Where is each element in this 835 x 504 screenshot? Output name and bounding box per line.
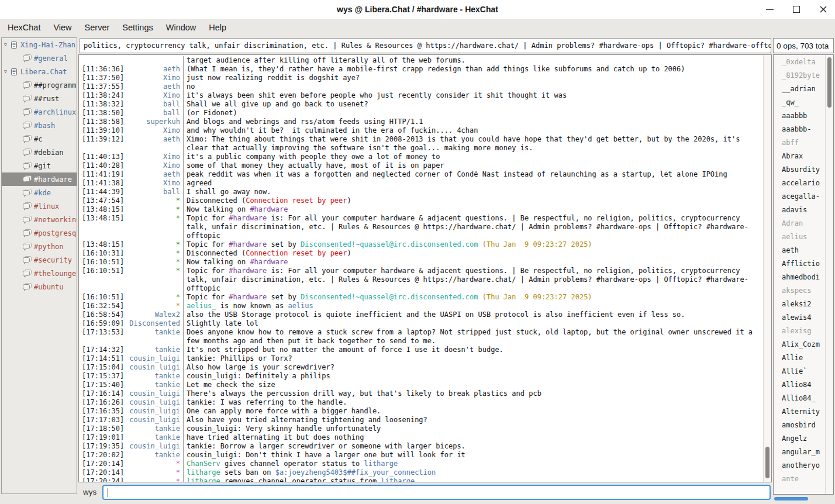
tree-item-thelounge[interactable]: #thelounge [2,267,77,280]
expander-arrow-icon[interactable]: ▽ [2,69,10,74]
menu-item-server[interactable]: Server [78,20,116,34]
tree-item-linux[interactable]: #linux [2,199,77,213]
user-list-item[interactable]: Allie [774,351,825,364]
user-list-item[interactable]: abff [774,136,825,149]
user-list-item[interactable]: alexisg [774,324,825,337]
menu-item-settings[interactable]: Settings [116,20,159,34]
user-list-item[interactable]: Alix_Cozm [774,337,825,351]
tree-item-archlinux[interactable]: #archlinux [2,105,77,119]
menu-item-view[interactable]: View [47,20,78,34]
topic-bar[interactable]: politics, cryptocurrency talk, unfair di… [79,38,771,53]
tree-item-c[interactable]: #c [2,132,77,146]
channel-icon [23,95,32,103]
chat-line: [13:48:15]*Topic for #hardware is: For a… [79,214,763,240]
message-segment: (Thu Jan 9 09:23:27 2025) [482,240,592,248]
message-segment: cousin_luigi: Don't think I have a large… [187,451,465,459]
message-link[interactable]: litharge [381,477,415,482]
tree-item-networking[interactable]: #networking [2,213,77,226]
menu-item-help[interactable]: Help [202,20,233,34]
user-list-item[interactable]: adavis [774,203,825,216]
menu-item-window[interactable]: Window [160,20,203,34]
tree-item-bash[interactable]: #bash [2,119,77,132]
nick-label: Walex2 [125,310,183,319]
user-list-item[interactable]: Allio84_ [774,391,825,405]
message-segment: Connection reset by peer [246,249,347,257]
channel-icon [23,270,32,278]
message-link[interactable]: aelius [288,302,313,310]
message-text: tankie: Borrow a larger screwdriver or s… [183,442,763,451]
user-list-item[interactable]: aaabbb [774,109,825,122]
expander-arrow-icon[interactable]: ▽ [2,42,10,47]
chat-scrollbar[interactable] [763,55,771,482]
user-list-item[interactable]: angular_m [774,445,825,458]
tree-item-debian[interactable]: #debian [2,146,77,159]
user-list-item[interactable]: _8192byte [774,68,825,82]
chat-line: [11:36:36]aeth(What I mean is, they'd ra… [79,65,763,74]
timestamp: [13:48:15] [79,214,125,240]
user-list-item[interactable]: accelario [774,176,825,189]
user-list-item[interactable]: aelius [774,230,825,243]
user-list-item[interactable]: _0xdelta [774,55,825,68]
message-link[interactable]: litharge [364,460,398,468]
message-text: One can apply more force with a bigger h… [183,407,763,416]
user-list-item[interactable]: Alternity [774,405,825,418]
message-segment: just now realizing reddit is dogshit aye… [187,74,360,82]
message-link[interactable]: $a:joeyzheng5403$##fix_your_connection [275,468,436,477]
user-list-item[interactable]: Abrax [774,149,825,163]
user-list-item[interactable]: __adrian [774,82,825,95]
user-list-item[interactable]: ante [774,472,825,485]
user-list-horizontal-scrollbar-thumb[interactable] [774,497,808,500]
user-list-item[interactable]: amosbird [774,418,825,431]
tree-item-xing-hai-zhan[interactable]: ▽Xing-Hai-Zhan [2,38,77,51]
close-button[interactable] [819,5,828,14]
tree-item-ubuntu[interactable]: #ubuntu [2,280,77,294]
nick-label: aeth [125,170,183,179]
menu-item-hexchat[interactable]: HexChat [1,20,47,34]
tree-item-postgresql[interactable]: #postgresql [2,226,77,240]
user-list-scrollbar[interactable] [825,55,833,494]
timestamp: [17:15:04] [79,363,125,372]
user-list-horizontal-scrollbar[interactable] [773,496,834,502]
chat-scrollbar-thumb[interactable] [765,447,770,478]
user-list-item[interactable]: Afflictio [774,257,825,270]
tree-item-programming[interactable]: ##programming [2,78,77,92]
message-text: And blogs and webrings and rss/atom feed… [183,118,763,126]
user-list-item[interactable]: Adran [774,216,825,230]
user-list-item[interactable]: Absurdity [774,163,825,176]
message-text: Also have you tried alternating tighteni… [183,416,763,424]
user-list-item[interactable]: aeth [774,243,825,257]
maximize-button[interactable] [792,5,801,14]
tree-item-hardware[interactable]: #hardware [2,172,77,186]
user-list-item[interactable]: akspecs [774,284,825,297]
user-list-item[interactable]: _qw_ [774,95,825,109]
server-icon [10,41,18,49]
user-list-item[interactable]: alewis4 [774,310,825,324]
tree-item-general[interactable]: #general [2,51,77,65]
user-list-item[interactable]: aleksi2 [774,297,825,310]
tree-item-libera-chat[interactable]: ▽Libera.Chat [2,65,77,78]
user-list-item[interactable]: ahmedbodi [774,270,825,284]
chat-line: [11:38:50]ball(or Fidonet) [79,109,763,118]
user-list-scrollbar-thumb[interactable] [827,57,831,108]
timestamp: [17:16:35] [79,407,125,416]
user-list-item[interactable]: Allie` [774,364,825,378]
channel-icon [23,175,32,184]
tree-item-security[interactable]: #security [2,253,77,267]
user-list-item[interactable]: acegalla- [774,189,825,203]
message-text: Topic for #hardware is: For all your com… [183,267,763,293]
tree-item-python[interactable]: #python [2,240,77,253]
tree-item-git[interactable]: #git [2,159,77,172]
timestamp: [17:18:50] [79,424,125,433]
user-list-item[interactable]: anotheryo [774,458,825,472]
chat-line: [17:15:40]tankieLet me check the size [79,381,763,389]
message-text: it's a public company with people they o… [183,153,763,161]
user-list-item[interactable]: aaabbb- [774,122,825,136]
tree-item-kde[interactable]: #kde [2,186,77,199]
message-segment: #hardware [229,267,267,275]
message-text: There's always the percussion drill way,… [183,389,763,398]
user-list-item[interactable]: Angelz [774,431,825,445]
user-list-item[interactable]: Allio84 [774,378,825,391]
tree-item-rust[interactable]: ##rust [2,92,77,105]
minimize-button[interactable] [765,5,774,14]
message-input[interactable] [102,485,771,500]
